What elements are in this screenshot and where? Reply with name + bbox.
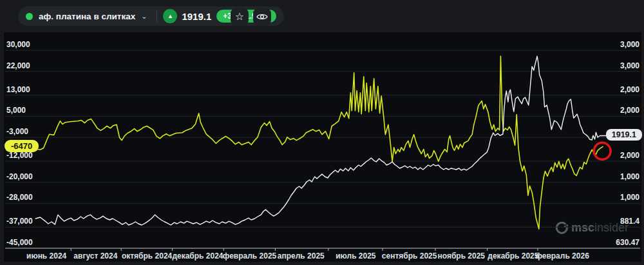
y-axis-label-right: 881.4 — [620, 217, 639, 226]
y-axis-label-right: 3,000 — [620, 41, 639, 49]
x-axis-label: декабрь 2025 — [488, 251, 538, 260]
y-axis-label-left: 22,000 — [6, 62, 30, 70]
x-axis-label: июль 2025 — [336, 251, 375, 260]
y-axis-label-right: 3,000 — [620, 62, 639, 70]
y-axis-label-left: -37,000 — [6, 217, 33, 226]
y-axis-label-left: 30,000 — [6, 41, 30, 49]
left-axis-current-value-badge: -6470 — [5, 140, 39, 152]
x-axis-label: декабрь 2024 — [172, 251, 223, 260]
y-axis-label-right: 630.47 — [616, 239, 639, 247]
y-axis-label-left: -28,000 — [6, 193, 33, 202]
y-axis-label-right: 2,000 — [620, 106, 639, 115]
y-axis-label-left: -12,000 — [6, 152, 33, 160]
x-axis-label: август 2024 — [73, 251, 117, 260]
x-axis-label: сентябрь 2025 — [382, 251, 437, 260]
x-axis-label: февраль 2026 — [535, 251, 589, 260]
y-axis-label-right: 2,000 — [620, 86, 639, 94]
x-axis-label: октябрь 2024 — [122, 251, 172, 260]
y-axis-label-right: 1,000 — [620, 173, 639, 181]
red-circle-annotation — [594, 142, 611, 159]
right-axis-current-value-badge: 1919.1 — [606, 129, 642, 141]
chart-plot-area[interactable] — [0, 0, 644, 265]
y-axis-label-right: 2,000 — [620, 152, 639, 160]
y-axis-label-left: -3,000 — [6, 128, 28, 136]
y-axis-label-left: 5,000 — [6, 106, 26, 115]
y-axis-label-left: -20,000 — [6, 173, 33, 181]
y-axis-label-left: 13,000 — [6, 86, 30, 94]
x-axis-label: апрель 2025 — [278, 251, 325, 260]
x-axis-label: июнь 2024 — [26, 251, 66, 260]
y-axis-label-left: -45,000 — [6, 239, 33, 247]
x-axis-label: ноябрь 2025 — [437, 251, 485, 260]
x-axis-label: февраль 2025 — [223, 251, 276, 260]
y-axis-label-right: 1,000 — [620, 193, 639, 202]
yellow-series — [32, 56, 603, 229]
